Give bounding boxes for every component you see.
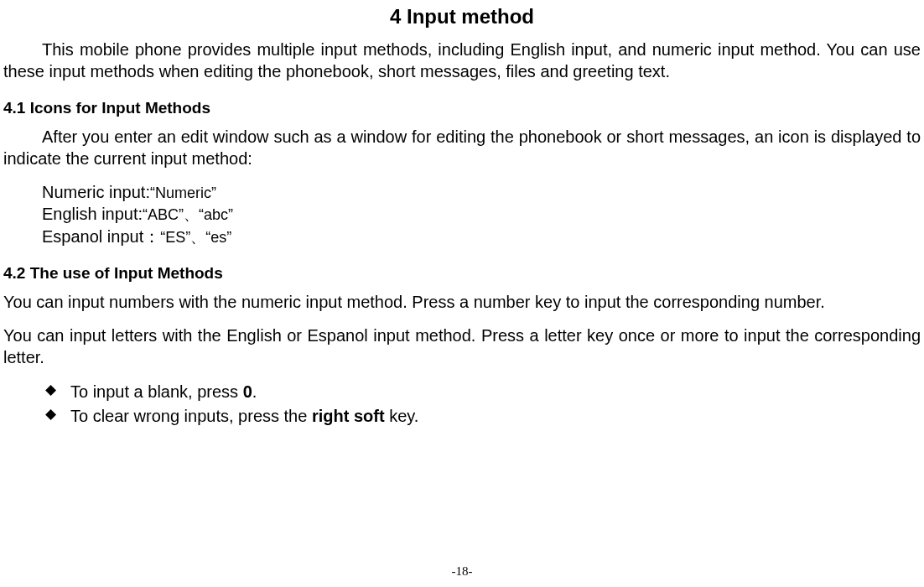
espanol-input-label: Espanol input：: [42, 227, 160, 246]
english-input-line: English input:“ABC”、“abc”: [3, 203, 921, 225]
espanol-input-icons: “ES”、“es”: [160, 229, 231, 246]
page-number: -18-: [0, 564, 924, 579]
numeric-input-icons: “Numeric”: [150, 184, 216, 201]
numeric-input-label: Numeric input:: [42, 183, 150, 201]
intro-paragraph: This mobile phone provides multiple inpu…: [3, 39, 921, 82]
bullet-1-key: 0: [243, 382, 252, 401]
section-4-2-heading: 4.2 The use of Input Methods: [3, 264, 921, 283]
bullet-item-blank: To input a blank, press 0.: [45, 380, 921, 404]
chapter-title: 4 Input method: [3, 5, 921, 29]
espanol-input-line: Espanol input：“ES”、“es”: [3, 226, 921, 247]
section-4-1-lead: After you enter an edit window such as a…: [3, 126, 921, 169]
section-4-2-p2: You can input letters with the English o…: [3, 325, 921, 368]
section-4-2-p1: You can input numbers with the numeric i…: [3, 291, 921, 313]
bullet-2-key: right soft: [312, 407, 385, 425]
bullet-2-text-a: To clear wrong inputs, press the: [70, 407, 312, 425]
english-input-label: English input:: [42, 205, 143, 223]
bullet-1-text-a: To input a blank, press: [70, 382, 243, 401]
numeric-input-line: Numeric input:“Numeric”: [3, 181, 921, 203]
english-input-icons: “ABC”、“abc”: [143, 206, 233, 223]
bullet-list: To input a blank, press 0. To clear wron…: [3, 380, 921, 429]
bullet-1-text-c: .: [252, 382, 257, 401]
bullet-item-clear: To clear wrong inputs, press the right s…: [45, 404, 921, 429]
bullet-2-text-c: key.: [385, 407, 419, 425]
section-4-1-heading: 4.1 Icons for Input Methods: [3, 99, 921, 117]
